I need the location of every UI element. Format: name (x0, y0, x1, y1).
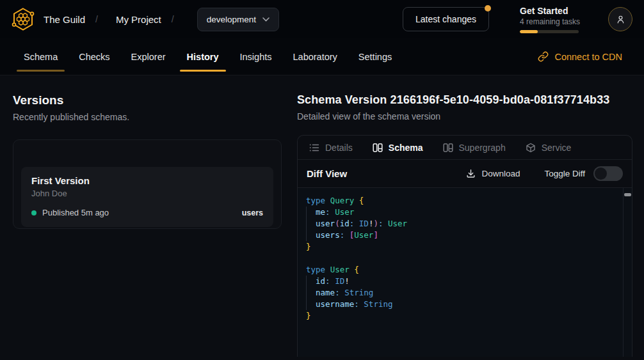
detail-card: Details Schema (297, 135, 632, 357)
version-status: Published 5m ago (42, 208, 109, 217)
version-author: John Doe (31, 189, 263, 198)
tab-label: Schema (24, 52, 58, 62)
code-editor[interactable]: type Query { me: User user(id: ID!): Use… (306, 195, 615, 322)
list-icon (309, 143, 319, 153)
toggle-diff-label: Toggle Diff (544, 169, 585, 178)
code-line: } (306, 310, 615, 322)
version-list-item[interactable]: First Version John Doe Published 5m ago … (21, 167, 273, 227)
latest-changes-button[interactable]: Latest changes (403, 7, 489, 31)
published-dot-icon (31, 210, 36, 215)
code-line: users: [User] (306, 230, 615, 241)
primary-nav: Schema Checks Explorer History Insights … (0, 38, 644, 75)
user-icon (615, 14, 626, 25)
link-icon (538, 51, 549, 62)
diff-view-title: Diff View (307, 168, 347, 179)
guild-logo-icon[interactable] (10, 6, 36, 32)
tab-label: Service (542, 143, 572, 153)
toggle-diff-control: Toggle Diff (544, 166, 623, 181)
main-content: Versions Recently published schemas. Fir… (0, 75, 644, 360)
top-header: The Guild / My Project / development Lat… (0, 0, 644, 38)
code-line: type Query { (306, 195, 615, 207)
get-started-subtitle: 4 remaining tasks (520, 17, 579, 26)
app-window: The Guild / My Project / development Lat… (0, 0, 644, 360)
download-label: Download (481, 169, 520, 178)
versions-title: Versions (13, 93, 282, 107)
columns-icon (443, 143, 453, 153)
version-service-badge: users (242, 208, 263, 217)
get-started-title: Get Started (520, 6, 579, 16)
get-started-widget[interactable]: Get Started 4 remaining tasks (520, 6, 579, 33)
versions-subtitle: Recently published schemas. (13, 112, 282, 122)
tab-supergraph[interactable]: Supergraph (443, 143, 506, 153)
versions-list-card: First Version John Doe Published 5m ago … (13, 139, 282, 229)
breadcrumb-separator: / (172, 14, 174, 24)
diff-actions: Download Toggle Diff (466, 166, 623, 181)
chevron-down-icon (262, 17, 270, 22)
connect-to-cdn-label: Connect to CDN (554, 52, 622, 62)
versions-panel: Versions Recently published schemas. Fir… (13, 75, 282, 360)
tab-label: Laboratory (293, 52, 337, 62)
version-name: First Version (31, 175, 263, 186)
tab-label: Explorer (131, 52, 166, 62)
tab-label: Supergraph (459, 143, 506, 153)
scrollbar-thumb[interactable] (624, 193, 631, 196)
tab-label: Insights (240, 52, 272, 62)
toggle-diff-switch[interactable] (593, 166, 623, 181)
tab-schema[interactable]: Schema (17, 38, 65, 75)
tab-laboratory[interactable]: Laboratory (286, 38, 344, 75)
tab-insights[interactable]: Insights (233, 38, 279, 75)
tab-label: Settings (358, 52, 392, 62)
code-line: name: String (306, 287, 615, 299)
connect-to-cdn-button[interactable]: Connect to CDN (538, 51, 622, 62)
code-line (306, 253, 615, 264)
tab-label: Checks (79, 52, 109, 62)
version-status-row: Published 5m ago users (31, 208, 263, 217)
code-line: type User { (306, 264, 615, 276)
code-line: username: String (306, 299, 615, 310)
code-line: me: User (306, 207, 615, 218)
tab-label: Schema (389, 143, 423, 153)
download-icon (466, 169, 476, 178)
toggle-knob (595, 168, 607, 180)
diff-header: Diff View Download Toggle Diff (298, 159, 632, 187)
code-line: } (306, 241, 615, 253)
breadcrumb-org[interactable]: The Guild (44, 14, 85, 25)
detail-subtitle: Detailed view of the schema version (297, 111, 632, 121)
download-button[interactable]: Download (466, 169, 520, 178)
code-line: user(id: ID!): User (306, 218, 615, 230)
environment-select-value: development (207, 15, 256, 24)
tab-schema-view[interactable]: Schema (373, 143, 423, 153)
user-avatar[interactable] (608, 7, 632, 31)
schema-code-panel: type Query { me: User user(id: ID!): Use… (298, 187, 632, 357)
version-detail-panel: Schema Version 2166196f-5e10-4059-bd0a-0… (297, 75, 632, 360)
tab-settings[interactable]: Settings (351, 38, 399, 75)
progress-fill (520, 30, 538, 33)
columns-icon (373, 143, 383, 153)
tab-service[interactable]: Service (526, 143, 572, 153)
breadcrumb-project[interactable]: My Project (116, 14, 161, 25)
tab-checks[interactable]: Checks (72, 38, 117, 75)
tab-history[interactable]: History (180, 38, 226, 75)
breadcrumb-separator: / (95, 14, 98, 24)
tab-explorer[interactable]: Explorer (124, 38, 173, 75)
scrollbar-track (623, 188, 624, 357)
detail-tabs: Details Schema (298, 136, 632, 159)
tab-details[interactable]: Details (309, 143, 353, 153)
tab-label: Details (325, 143, 353, 153)
get-started-progressbar (520, 30, 579, 33)
latest-changes-label: Latest changes (415, 14, 476, 24)
cube-icon (526, 143, 536, 153)
detail-title: Schema Version 2166196f-5e10-4059-bd0a-0… (297, 93, 632, 107)
code-line: id: ID! (306, 276, 615, 287)
tab-label: History (187, 52, 219, 62)
environment-select[interactable]: development (197, 8, 279, 31)
notification-dot-icon (485, 5, 491, 12)
